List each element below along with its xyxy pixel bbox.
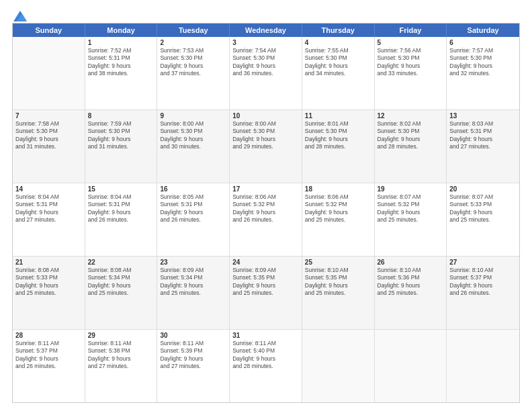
cell-line: and 26 minutes.	[88, 216, 154, 224]
cell-line: Daylight: 9 hours	[15, 282, 82, 289]
cell-line: and 38 minutes.	[88, 70, 154, 77]
calendar-cell: 20Sunrise: 8:07 AMSunset: 5:33 PMDayligh…	[447, 183, 519, 256]
calendar-cell: 10Sunrise: 8:00 AMSunset: 5:30 PMDayligh…	[230, 110, 302, 183]
cell-line: Daylight: 9 hours	[232, 355, 299, 363]
day-number: 14	[15, 185, 82, 193]
cell-line: Daylight: 9 hours	[305, 282, 371, 289]
header	[12, 12, 520, 19]
calendar-cell: 4Sunrise: 7:55 AMSunset: 5:30 PMDaylight…	[302, 37, 375, 109]
cell-line: Sunrise: 8:09 AM	[232, 267, 299, 274]
calendar-header-cell: Sunday	[13, 24, 85, 37]
cell-line: and 26 minutes.	[15, 363, 82, 370]
cell-line: Daylight: 9 hours	[15, 355, 82, 363]
day-number: 18	[305, 185, 371, 193]
calendar-cell: 1Sunrise: 7:52 AMSunset: 5:31 PMDaylight…	[85, 37, 158, 109]
cell-line: and 26 minutes.	[232, 216, 299, 224]
calendar-header-cell: Monday	[85, 24, 158, 37]
cell-line: Sunrise: 7:54 AM	[232, 47, 299, 54]
cell-line: and 27 minutes.	[88, 363, 154, 370]
calendar-cell: 25Sunrise: 8:10 AMSunset: 5:35 PMDayligh…	[302, 257, 375, 329]
cell-line: Daylight: 9 hours	[160, 282, 226, 289]
cell-line: Sunset: 5:31 PM	[88, 201, 154, 208]
calendar-cell	[13, 37, 85, 109]
cell-line: Daylight: 9 hours	[449, 282, 517, 289]
cell-line: Daylight: 9 hours	[88, 355, 154, 363]
cell-line: Sunset: 5:39 PM	[160, 347, 226, 355]
page: SundayMondayTuesdayWednesdayThursdayFrid…	[0, 0, 532, 411]
cell-line: Sunrise: 8:06 AM	[232, 193, 299, 201]
cell-line: Daylight: 9 hours	[88, 209, 154, 216]
cell-line: and 28 minutes.	[305, 143, 371, 150]
cell-line: Sunrise: 7:58 AM	[15, 120, 82, 128]
calendar-cell: 23Sunrise: 8:09 AMSunset: 5:34 PMDayligh…	[157, 257, 230, 329]
cell-line: and 27 minutes.	[449, 143, 517, 150]
calendar-cell: 7Sunrise: 7:58 AMSunset: 5:30 PMDaylight…	[13, 110, 85, 183]
cell-line: and 31 minutes.	[15, 143, 82, 150]
day-number: 5	[378, 39, 444, 46]
cell-line: Sunset: 5:30 PM	[160, 128, 226, 135]
cell-line: Sunrise: 8:11 AM	[160, 340, 226, 347]
cell-line: and 29 minutes.	[232, 143, 299, 150]
cell-line: Daylight: 9 hours	[88, 282, 154, 289]
cell-line: Sunset: 5:33 PM	[15, 274, 82, 281]
calendar-cell: 15Sunrise: 8:04 AMSunset: 5:31 PMDayligh…	[85, 183, 158, 256]
cell-line: Sunset: 5:30 PM	[88, 128, 154, 135]
cell-line: Sunset: 5:40 PM	[232, 347, 299, 355]
cell-line: and 25 minutes.	[15, 289, 82, 297]
cell-line: Sunrise: 8:08 AM	[88, 267, 154, 274]
day-number: 30	[160, 332, 226, 339]
cell-line: Sunset: 5:30 PM	[378, 54, 444, 62]
calendar-row: 14Sunrise: 8:04 AMSunset: 5:31 PMDayligh…	[13, 183, 519, 257]
cell-line: and 25 minutes.	[449, 216, 517, 224]
calendar-cell: 27Sunrise: 8:10 AMSunset: 5:37 PMDayligh…	[447, 257, 519, 329]
calendar-cell: 3Sunrise: 7:54 AMSunset: 5:30 PMDaylight…	[230, 37, 302, 109]
day-number: 28	[15, 332, 82, 339]
cell-line: Sunset: 5:31 PM	[160, 201, 226, 208]
day-number: 20	[449, 185, 517, 193]
cell-line: Daylight: 9 hours	[378, 209, 444, 216]
cell-line: Sunset: 5:35 PM	[232, 274, 299, 281]
cell-line: Daylight: 9 hours	[160, 136, 226, 143]
cell-line: Sunrise: 8:00 AM	[160, 120, 226, 128]
day-number: 2	[160, 39, 226, 46]
calendar-row: 7Sunrise: 7:58 AMSunset: 5:30 PMDaylight…	[13, 110, 519, 183]
cell-line: and 26 minutes.	[160, 216, 226, 224]
day-number: 31	[232, 332, 299, 339]
cell-line: Sunset: 5:32 PM	[378, 201, 444, 208]
cell-line: Sunset: 5:34 PM	[88, 274, 154, 281]
cell-line: Daylight: 9 hours	[305, 136, 371, 143]
cell-line: Sunset: 5:36 PM	[378, 274, 444, 281]
day-number: 8	[88, 112, 154, 120]
calendar-header-cell: Wednesday	[230, 24, 302, 37]
calendar-row: 28Sunrise: 8:11 AMSunset: 5:37 PMDayligh…	[13, 330, 519, 402]
cell-line: Sunset: 5:35 PM	[305, 274, 371, 281]
cell-line: Sunset: 5:30 PM	[160, 54, 226, 62]
cell-line: Daylight: 9 hours	[232, 136, 299, 143]
calendar-cell: 26Sunrise: 8:10 AMSunset: 5:36 PMDayligh…	[375, 257, 447, 329]
cell-line: and 25 minutes.	[378, 289, 444, 297]
calendar-header-cell: Tuesday	[157, 24, 230, 37]
calendar: SundayMondayTuesdayWednesdayThursdayFrid…	[12, 23, 520, 403]
day-number: 21	[15, 259, 82, 266]
calendar-cell: 12Sunrise: 8:02 AMSunset: 5:30 PMDayligh…	[375, 110, 447, 183]
cell-line: Sunrise: 7:59 AM	[88, 120, 154, 128]
calendar-cell: 19Sunrise: 8:07 AMSunset: 5:32 PMDayligh…	[375, 183, 447, 256]
cell-line: and 30 minutes.	[160, 143, 226, 150]
cell-line: Sunrise: 8:07 AM	[449, 193, 517, 201]
cell-line: Sunset: 5:32 PM	[232, 201, 299, 208]
day-number: 16	[160, 185, 226, 193]
cell-line: Sunrise: 8:10 AM	[378, 267, 444, 274]
cell-line: Daylight: 9 hours	[15, 209, 82, 216]
calendar-cell	[375, 330, 447, 402]
cell-line: Sunrise: 7:52 AM	[88, 47, 154, 54]
cell-line: Sunset: 5:30 PM	[232, 128, 299, 135]
cell-line: Sunrise: 8:03 AM	[449, 120, 517, 128]
cell-line: and 33 minutes.	[378, 70, 444, 77]
calendar-cell: 6Sunrise: 7:57 AMSunset: 5:30 PMDaylight…	[447, 37, 519, 109]
calendar-cell: 2Sunrise: 7:53 AMSunset: 5:30 PMDaylight…	[157, 37, 230, 109]
cell-line: and 31 minutes.	[88, 143, 154, 150]
cell-line: Daylight: 9 hours	[378, 62, 444, 70]
cell-line: Sunset: 5:38 PM	[88, 347, 154, 355]
logo-icon	[13, 11, 27, 21]
cell-line: Sunrise: 8:02 AM	[378, 120, 444, 128]
